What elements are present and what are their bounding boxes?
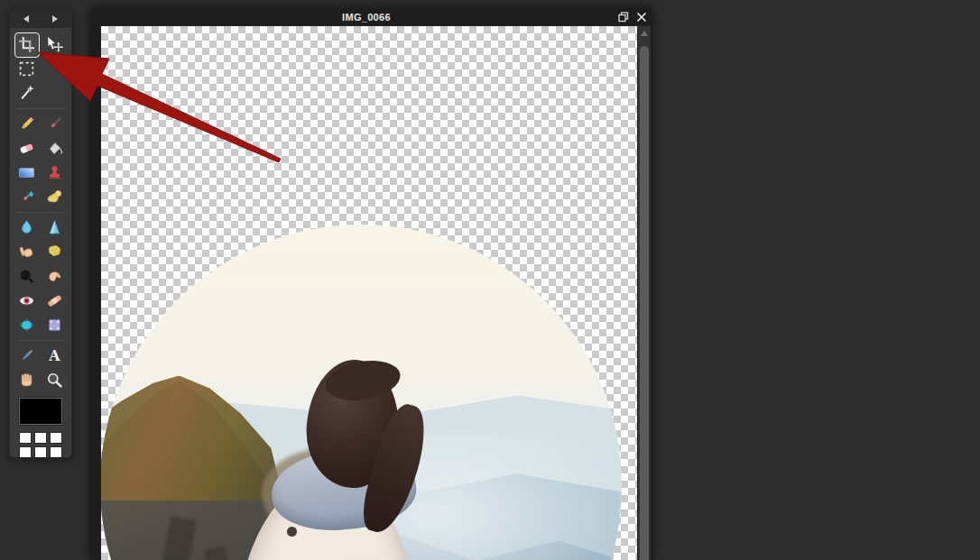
pixlr-editor: { "app": { "background_color": "#2d2d2d"… [0, 0, 980, 560]
zoom-tool[interactable] [43, 369, 67, 392]
swatch-area [10, 392, 71, 458]
crop-icon [18, 36, 35, 53]
scroll-up-button[interactable] [641, 31, 648, 36]
fill-tool[interactable] [43, 137, 67, 161]
heal-tool[interactable] [43, 289, 67, 313]
palette-swatch[interactable] [34, 446, 47, 458]
photo-jacket-button [287, 527, 297, 537]
left-triangle-icon[interactable] [23, 15, 29, 23]
tool-groups: A [10, 28, 71, 392]
empty-tool-slot [43, 58, 67, 81]
empty-tool-slot [43, 82, 67, 106]
brush-tool[interactable] [43, 113, 67, 136]
gradient-tool[interactable] [15, 161, 39, 185]
type-tool[interactable]: A [43, 344, 67, 368]
sponge-tool[interactable] [43, 241, 67, 264]
pinch-icon [46, 317, 63, 334]
wand-icon [18, 85, 35, 102]
palette-swatch[interactable] [19, 446, 32, 458]
close-window-icon[interactable] [635, 11, 647, 23]
vertical-scrollbar[interactable] [637, 26, 651, 560]
hand-tool[interactable] [15, 369, 39, 392]
window-controls [617, 11, 652, 23]
fill-icon [46, 140, 63, 157]
svg-text:A: A [48, 347, 60, 364]
document-window: IMG_0066 [90, 7, 652, 560]
primary-color-swatch[interactable] [19, 398, 62, 425]
smudge-tool[interactable] [15, 241, 39, 264]
red-eye-icon [18, 292, 35, 309]
zoom-icon [46, 372, 63, 389]
right-triangle-icon[interactable] [52, 15, 58, 23]
window-title: IMG_0066 [90, 12, 617, 23]
blur-icon [18, 219, 35, 236]
tools-panel-header[interactable] [10, 10, 71, 28]
wand-tool[interactable] [15, 82, 39, 106]
drawing-icon [46, 188, 63, 206]
pencil-icon [18, 115, 35, 133]
burn-icon [46, 268, 63, 285]
color-replace-tool[interactable] [15, 186, 39, 209]
photo-layer[interactable] [101, 225, 622, 560]
marquee-icon [18, 60, 35, 78]
eraser-icon [18, 140, 35, 157]
smudge-icon [18, 243, 35, 261]
hand-icon [18, 372, 35, 389]
pinch-tool[interactable] [43, 314, 67, 337]
sponge-icon [46, 243, 63, 261]
sharpen-icon [46, 219, 63, 236]
toolbar-divider [16, 108, 65, 109]
palette-swatch[interactable] [34, 432, 47, 444]
burn-tool[interactable] [43, 265, 67, 289]
palette-swatch[interactable] [50, 432, 62, 444]
bloat-icon [18, 317, 35, 334]
window-title-bar[interactable]: IMG_0066 [90, 7, 652, 26]
scrollbar-thumb[interactable] [640, 46, 649, 560]
color-palette [19, 432, 62, 458]
color-picker-icon [18, 347, 35, 364]
palette-swatch[interactable] [19, 432, 32, 444]
eraser-tool[interactable] [15, 137, 39, 161]
brush-icon [46, 115, 63, 133]
canvas-transparency-checker[interactable] [101, 26, 637, 560]
dodge-icon [18, 268, 35, 285]
type-icon: A [46, 347, 63, 364]
drawing-tool[interactable] [43, 186, 67, 209]
clone-stamp-icon [46, 164, 63, 181]
gradient-icon [18, 164, 35, 181]
tools-panel: A [9, 9, 72, 458]
move-tool[interactable] [43, 33, 67, 57]
dodge-tool[interactable] [15, 265, 39, 289]
sharpen-tool[interactable] [43, 216, 67, 240]
heal-icon [46, 292, 63, 309]
blur-tool[interactable] [15, 216, 39, 240]
bloat-tool[interactable] [15, 314, 39, 337]
color-picker-tool[interactable] [15, 344, 39, 368]
red-eye-tool[interactable] [15, 289, 39, 313]
marquee-tool[interactable] [15, 58, 39, 81]
palette-swatch[interactable] [50, 446, 62, 458]
crop-tool[interactable] [15, 33, 39, 57]
pencil-tool[interactable] [15, 113, 39, 136]
clone-stamp-tool[interactable] [43, 161, 67, 185]
restore-window-icon[interactable] [617, 11, 629, 23]
toolbar-divider [16, 340, 65, 341]
toolbar-divider [16, 212, 65, 213]
move-icon [46, 36, 63, 53]
color-replace-icon [18, 188, 35, 206]
